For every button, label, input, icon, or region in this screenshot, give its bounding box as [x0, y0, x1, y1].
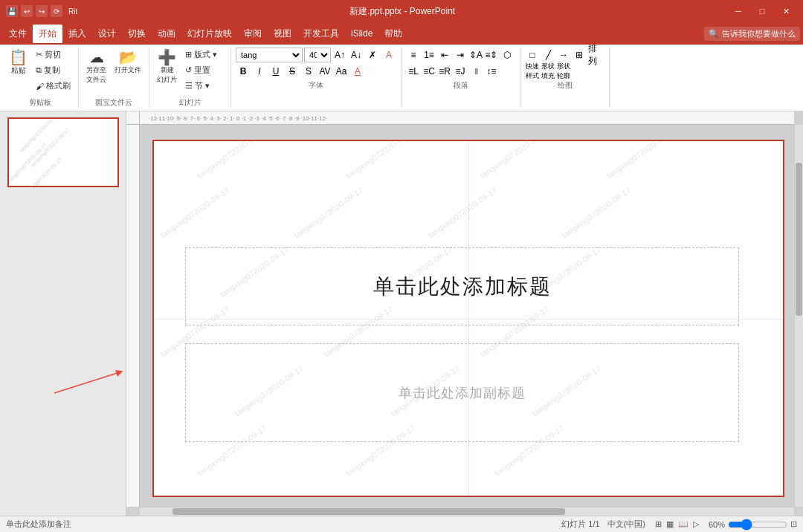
strikethrough-button[interactable]: S	[285, 64, 300, 79]
close-button[interactable]: ✕	[775, 4, 797, 19]
ribbon-group-cloud: ☁ 另存至文件云 📂 打开文件 圆宝文件云	[79, 48, 149, 108]
view-normal-icon[interactable]: ⊞	[655, 519, 662, 529]
v-scrollbar-thumb[interactable]	[796, 163, 802, 316]
slide-title-text: 单击此处添加标题	[373, 273, 552, 301]
view-slideshow-icon[interactable]: ▷	[693, 519, 699, 529]
char-spacing-button[interactable]: AV	[317, 64, 332, 79]
shape-arrow-button[interactable]: →	[556, 48, 571, 62]
minimize-button[interactable]: ─	[727, 4, 749, 19]
bullets-button[interactable]: ≡	[406, 48, 421, 62]
smart-art-button[interactable]: ⬡	[500, 48, 515, 62]
italic-button[interactable]: I	[252, 64, 267, 79]
shape-outline-button[interactable]: 形状轮廓	[556, 64, 571, 79]
para-row2: ≡L ≡C ≡R ≡J ⫴ ↕≡	[406, 64, 515, 79]
shape-line-button[interactable]: ╱	[541, 48, 555, 62]
save-icon[interactable]: 💾	[6, 5, 18, 17]
align-right-button[interactable]: ≡R	[437, 64, 452, 79]
layout-button[interactable]: ⊞ 版式 ▾	[182, 48, 220, 62]
align-text-button[interactable]: ≡⇕	[484, 48, 499, 62]
para-row1: ≡ 1≡ ⇤ ⇥ ⇕A ≡⇕ ⬡	[406, 48, 515, 62]
menu-home[interactable]: 开始	[33, 25, 62, 43]
shape-fill-button[interactable]: 形状填充	[541, 64, 555, 79]
font-color-button[interactable]: A	[381, 48, 396, 62]
wm4: tangxing072020-09-17	[605, 141, 677, 180]
subtitle-text-box[interactable]: 单击此处添加副标题	[185, 343, 738, 443]
align-center-button[interactable]: ≡C	[422, 64, 436, 79]
justify-button[interactable]: ≡J	[453, 64, 468, 79]
undo-icon[interactable]: ↩	[21, 5, 33, 17]
reset-button[interactable]: ↺ 里置	[182, 63, 220, 77]
paste-label: 粘贴	[11, 65, 26, 76]
open-cloud-button[interactable]: 📂 打开文件	[112, 48, 144, 77]
copy-icon: ⧉	[36, 65, 42, 75]
clipboard-buttons: 📋 粘贴 ✂ 剪切 ⧉ 复制 🖌 格式刷	[6, 48, 74, 96]
font-name-select[interactable]: tang	[236, 48, 303, 62]
font-size-field[interactable]: Aa	[334, 64, 349, 79]
menu-animation[interactable]: 动画	[152, 25, 181, 43]
numbering-button[interactable]: 1≡	[422, 48, 436, 62]
view-slide-icon[interactable]: ▦	[666, 519, 674, 529]
menu-slideshow[interactable]: 幻灯片放映	[181, 25, 238, 43]
menu-help[interactable]: 帮助	[378, 25, 408, 43]
slide-thumbnail-1[interactable]: tangxing072020-09-17 tangxing072020-09-1…	[7, 117, 119, 187]
svg-line-1	[54, 372, 120, 393]
menu-review[interactable]: 审阅	[238, 25, 268, 43]
shape-rect-button[interactable]: □	[525, 48, 540, 62]
align-left-button[interactable]: ≡L	[406, 64, 421, 79]
h-scrollbar[interactable]	[140, 507, 794, 516]
shape-more-button[interactable]: ⊞	[572, 48, 587, 62]
cut-button[interactable]: ✂ 剪切	[33, 48, 74, 62]
menu-insert[interactable]: 插入	[62, 25, 92, 43]
menu-islide[interactable]: iSlide	[345, 25, 378, 42]
arrange-button[interactable]: 排列	[587, 48, 602, 62]
font-size-select[interactable]: 40	[304, 48, 331, 62]
ribbon: 📋 粘贴 ✂ 剪切 ⧉ 复制 🖌 格式刷	[0, 45, 803, 111]
save-cloud-button[interactable]: ☁ 另存至文件云	[83, 48, 109, 87]
redo-icon[interactable]: ↪	[36, 5, 48, 17]
quick-styles-button[interactable]: 快速样式	[525, 64, 540, 79]
v-ruler: 9·8·7·6·5·4·3·2·1·0·-1·-2·-3·-4·-5·-6·-7…	[126, 125, 140, 507]
ribbon-group-drawing: □ ╱ → ⊞ 排列 快速样式 形状填充 形状轮廓 绘图	[520, 48, 610, 108]
column-button[interactable]: ⫴	[468, 64, 483, 79]
section-button[interactable]: ☰ 节 ▾	[182, 79, 220, 93]
zoom-fit-icon[interactable]: ⊡	[790, 519, 797, 529]
increase-indent-button[interactable]: ⇥	[453, 48, 468, 62]
draw-row1: □ ╱ → ⊞ 排列	[525, 48, 602, 62]
increase-font-button[interactable]: A↑	[332, 48, 347, 62]
title-text-box[interactable]: 单击此处添加标题	[185, 247, 738, 325]
underline-button[interactable]: U	[268, 64, 283, 79]
menu-transition[interactable]: 切换	[122, 25, 152, 43]
decrease-font-button[interactable]: A↓	[349, 48, 364, 62]
new-slide-button[interactable]: ➕ 新建幻灯片	[154, 48, 180, 87]
clear-format-button[interactable]: ✗	[365, 48, 380, 62]
v-scrollbar[interactable]	[794, 125, 803, 507]
line-spacing-button[interactable]: ↕≡	[484, 64, 499, 79]
text-direction-button[interactable]: ⇕A	[468, 48, 483, 62]
slide-canvas[interactable]: tangxing072020-09-17 tangxing072020-09-1…	[152, 140, 784, 497]
search-bar[interactable]: 🔍 告诉我你想要做什么	[704, 27, 800, 41]
decrease-indent-button[interactable]: ⇤	[437, 48, 452, 62]
menu-developer[interactable]: 开发工具	[297, 25, 345, 43]
bold-button[interactable]: B	[236, 64, 251, 79]
zoom-slider[interactable]	[728, 519, 787, 531]
font-color2-button[interactable]: A	[350, 64, 365, 79]
format-painter-button[interactable]: 🖌 格式刷	[33, 79, 74, 93]
recover-icon[interactable]: ⟳	[51, 5, 62, 17]
menu-file[interactable]: 文件	[3, 25, 33, 43]
cut-icon: ✂	[36, 50, 42, 59]
maximize-button[interactable]: □	[751, 4, 773, 19]
status-notes[interactable]: 单击此处添加备注	[6, 519, 71, 530]
ruler-corner	[126, 111, 140, 125]
font-row1: tang 40 A↑ A↓ ✗ A	[236, 48, 396, 62]
menu-view[interactable]: 视图	[268, 25, 297, 43]
title-bar: 💾 ↩ ↪ ⟳ Rit 新建.ppt.pptx - PowerPoint ─ □…	[0, 0, 803, 22]
section-icon: ☰	[185, 81, 193, 91]
menu-design[interactable]: 设计	[92, 25, 122, 43]
ribbon-group-font: tang 40 A↑ A↓ ✗ A B I U S S AV	[231, 48, 402, 108]
drawing-controls: □ ╱ → ⊞ 排列 快速样式 形状填充 形状轮廓	[525, 48, 602, 79]
view-reading-icon[interactable]: 📖	[678, 519, 688, 529]
paste-button[interactable]: 📋 粘贴	[6, 48, 30, 78]
h-scrollbar-thumb[interactable]	[172, 508, 565, 515]
copy-button[interactable]: ⧉ 复制	[33, 63, 74, 77]
text-shadow-button[interactable]: S	[301, 64, 316, 79]
